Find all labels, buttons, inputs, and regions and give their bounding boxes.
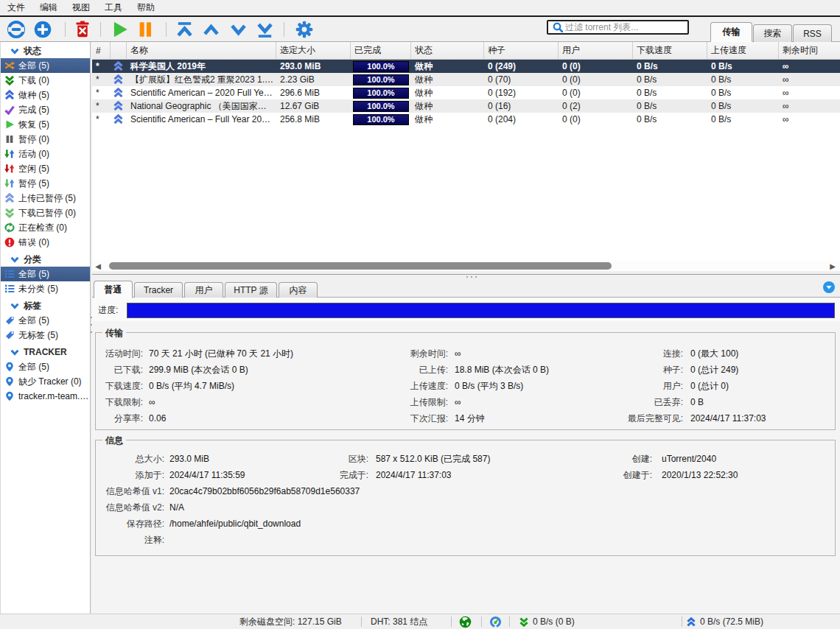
pause-button[interactable] — [136, 20, 155, 39]
scroll-right-arrow[interactable]: ▶ — [828, 261, 837, 270]
sidebar-item-seeding[interactable]: 做种 (5) — [1, 88, 90, 102]
sidebar-item-error[interactable]: 错误 (0) — [1, 235, 90, 250]
sidebar-section-categories[interactable]: 分类 — [1, 252, 90, 267]
sidebar-section-status[interactable]: 状态 — [1, 43, 90, 58]
scrollbar-thumb[interactable] — [109, 262, 612, 270]
cell-name: Scientific American – 2020 Full Ye… — [127, 86, 276, 99]
move-down-button[interactable] — [228, 20, 248, 39]
connection-status[interactable] — [459, 614, 472, 629]
detail-value: 0 B — [690, 397, 835, 407]
tab-content[interactable]: 内容 — [279, 282, 318, 298]
torrent-row[interactable]: * 科学美国人 2019年 293.0 MiB 100.0% 做种 0 (249… — [92, 60, 840, 73]
sidebar-item-trackerless[interactable]: 缺少 Tracker (0) — [1, 374, 90, 389]
sidebar-section-tags[interactable]: 标签 — [1, 298, 90, 313]
column-header-name[interactable]: 名称 — [127, 42, 276, 59]
torrent-row[interactable]: * National Geographic （美国国家… 12.67 GiB 1… — [92, 99, 840, 113]
sidebar-item-downloading[interactable]: 下载 (0) — [1, 73, 90, 88]
detail-value: 70 天 21 小时 (已做种 70 天 21 小时) — [149, 348, 399, 360]
options-button[interactable] — [295, 20, 314, 39]
download-arrows-icon — [519, 617, 529, 627]
horizontal-scrollbar[interactable]: ◀ ▶ — [92, 261, 840, 271]
detail-value: 2024/4/17 11:37:03 — [690, 413, 835, 424]
cell-peers: 0 (0) — [559, 60, 633, 73]
tab-general[interactable]: 普通 — [94, 281, 133, 298]
menu-help[interactable]: 帮助 — [130, 1, 162, 14]
upload-speed-text: 0 B/s (72.5 MiB) — [700, 616, 763, 627]
tab-rss[interactable]: RSS — [793, 24, 832, 42]
column-header-dlspeed[interactable]: 下载速度 — [633, 42, 707, 59]
sidebar-item-tracker-mteam[interactable]: tracker.m-team.… — [1, 389, 90, 404]
cell-icon — [111, 86, 127, 99]
sidebar-item-category-all[interactable]: 全部 (5) — [1, 267, 90, 281]
sidebar-item-paused[interactable]: 暂停 (0) — [1, 132, 90, 147]
sidebar-item-label: 错误 (0) — [18, 236, 49, 249]
delete-torrent-button[interactable] — [73, 20, 92, 39]
resume-button[interactable] — [111, 20, 130, 39]
move-bottom-button[interactable] — [255, 20, 274, 39]
sidebar-item-inactive[interactable]: 空闲 (5) — [1, 161, 90, 176]
sidebar-item-stalled-uploading[interactable]: 上传已暂停 (5) — [1, 191, 90, 205]
collapse-details-button[interactable] — [823, 281, 835, 293]
torrent-row[interactable]: * Scientific American – Full Year 20… 25… — [92, 113, 840, 126]
details-splitter[interactable] — [92, 271, 840, 278]
torrent-filter-search — [547, 20, 689, 35]
column-header-upspeed[interactable]: 上传速度 — [707, 42, 779, 59]
sidebar-item-tags-all[interactable]: 全部 (5) — [1, 313, 90, 328]
sidebar-item-uncategorized[interactable]: 未分类 (5) — [1, 281, 90, 296]
move-up-button[interactable] — [201, 20, 220, 39]
tab-http-sources[interactable]: HTTP 源 — [225, 282, 277, 298]
seeding-icon — [113, 88, 124, 98]
double-chevron-up-light-icon — [4, 193, 15, 203]
tab-trackers[interactable]: Tracker — [134, 282, 183, 298]
move-top-button[interactable] — [175, 20, 194, 39]
sidebar-item-label: 全部 (5) — [18, 268, 49, 281]
progress-label: 进度: — [92, 304, 127, 317]
column-header-eta[interactable]: 剩余时间 — [779, 42, 840, 59]
add-torrent-file-button[interactable] — [33, 20, 52, 39]
sidebar-item-resumed[interactable]: 恢复 (5) — [1, 117, 90, 132]
download-speed-status[interactable]: 0 B/s (0 B) — [519, 614, 575, 629]
upload-speed-status[interactable]: 0 B/s (72.5 MiB) — [686, 614, 763, 629]
progress-bar: 100.0% — [353, 61, 409, 72]
chevron-down-icon — [10, 48, 19, 55]
column-header-status[interactable]: 状态 — [411, 42, 484, 59]
sidebar-item-status-all[interactable]: 全部 (5) — [1, 58, 90, 73]
column-header-progress[interactable]: 已完成 — [351, 42, 411, 59]
column-header-icon[interactable] — [111, 42, 127, 59]
sidebar-item-completed[interactable]: 完成 (5) — [1, 102, 90, 117]
search-input[interactable] — [565, 22, 685, 32]
detail-label: 上传速度: — [399, 380, 448, 393]
up-down-arrows-red-icon — [4, 164, 15, 174]
sidebar-item-stalled[interactable]: 暂停 (5) — [1, 176, 90, 191]
menu-tools[interactable]: 工具 — [97, 1, 130, 14]
progress-bar: 100.0% — [353, 101, 409, 112]
tab-search[interactable]: 搜索 — [753, 24, 792, 42]
detail-label: 注释: — [96, 534, 164, 547]
sidebar-item-tracker-all[interactable]: 全部 (5) — [1, 359, 90, 374]
column-header-size[interactable]: 选定大小 — [276, 42, 351, 59]
menu-view[interactable]: 视图 — [65, 1, 97, 14]
column-header-seeds[interactable]: 种子 — [484, 42, 559, 59]
chevron-down-icon — [10, 349, 19, 356]
scroll-left-arrow[interactable]: ◀ — [94, 261, 102, 270]
torrent-row[interactable]: * 【扩展版】红色警戒2 重聚2023 1.… 2.23 GiB 100.0% … — [92, 73, 840, 86]
double-chevron-down-light-icon — [4, 208, 15, 218]
sidebar-item-untagged[interactable]: 无标签 (5) — [1, 328, 90, 342]
tab-transfers[interactable]: 传输 — [710, 22, 752, 42]
detail-value: 2024/4/17 11:35:59 — [169, 470, 305, 480]
sidebar-item-checking[interactable]: 正在检查 (0) — [1, 220, 90, 235]
tag-icon — [4, 330, 15, 340]
alt-speed-toggle[interactable] — [489, 614, 502, 629]
add-torrent-link-button[interactable] — [7, 20, 26, 39]
sidebar-section-trackers[interactable]: TRACKER — [1, 345, 90, 359]
column-header-peers[interactable]: 用户 — [559, 42, 633, 59]
detail-value: uTorrent/2040 — [662, 454, 835, 464]
sidebar-item-stalled-downloading[interactable]: 下载已暂停 (0) — [1, 205, 90, 220]
cell-name: 科学美国人 2019年 — [127, 60, 276, 73]
sidebar-item-active[interactable]: 活动 (0) — [1, 147, 90, 161]
menu-file[interactable]: 文件 — [0, 1, 32, 14]
tab-peers[interactable]: 用户 — [184, 282, 223, 298]
column-header-number[interactable]: # — [92, 42, 111, 59]
menu-edit[interactable]: 编辑 — [32, 1, 65, 14]
torrent-row[interactable]: * Scientific American – 2020 Full Ye… 29… — [92, 86, 840, 99]
